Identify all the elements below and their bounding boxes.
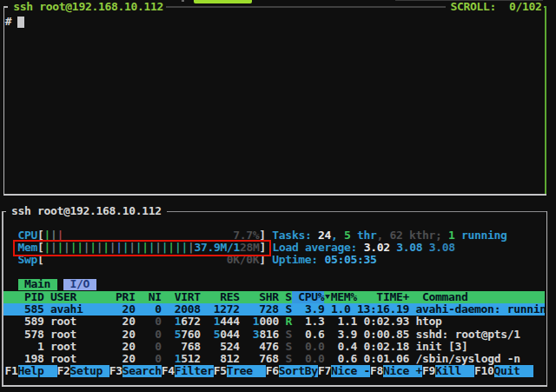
shell-prompt[interactable]: # bbox=[5, 16, 18, 28]
text-run: 578 root 20 bbox=[5, 329, 142, 341]
text-run: 1 bbox=[448, 229, 455, 242]
text-run bbox=[324, 329, 331, 341]
scroll-indicator: SCROLL: 0/102 bbox=[450, 1, 541, 13]
fkey-F10[interactable]: F10 bbox=[474, 364, 494, 377]
sort-arrow-icon bbox=[324, 291, 331, 303]
text-run: 1272 bbox=[207, 303, 240, 316]
text-run: S bbox=[285, 329, 292, 341]
text-run: Uptime: bbox=[272, 253, 324, 266]
fkey-F8[interactable]: F8 bbox=[370, 364, 383, 377]
top-artifact-gray-dot bbox=[182, 0, 185, 2]
text-run: 198 root 20 bbox=[5, 353, 142, 365]
text-run: 524 bbox=[207, 341, 240, 353]
text-run: 044 bbox=[220, 329, 240, 341]
text-run: 13:16.19 bbox=[357, 303, 416, 316]
text-run: 0.0 bbox=[298, 341, 324, 353]
fkey-F4[interactable]: F4 bbox=[162, 364, 175, 377]
fkey-F2[interactable]: F2 bbox=[57, 364, 70, 377]
fkey-F1[interactable]: F1 bbox=[5, 364, 18, 377]
fkey-F9-label[interactable]: Kill bbox=[435, 365, 474, 377]
text-run: 0 bbox=[142, 303, 162, 316]
text-run bbox=[207, 316, 214, 328]
process-row-589[interactable]: 589 root 20 0 1672 1444 1000 R 1.3 1.1 0… bbox=[5, 316, 546, 328]
text-run: Main bbox=[24, 277, 50, 290]
text-run: Load average: bbox=[273, 241, 364, 254]
text-run: 0:02.93 bbox=[357, 316, 416, 328]
text-run: 0.6 bbox=[331, 353, 357, 365]
fkey-F4-label[interactable]: Filter bbox=[175, 365, 214, 377]
text-run: , 62 kthr; bbox=[376, 229, 448, 242]
text-run: S bbox=[285, 341, 292, 353]
text-run: 3.08 bbox=[429, 241, 455, 254]
text-run: 812 bbox=[207, 353, 240, 365]
text-run bbox=[324, 353, 331, 365]
text-run: avahi-daemon: running bbox=[416, 303, 546, 316]
top-pane-border-bottom bbox=[3, 194, 547, 196]
top-pane-title-line bbox=[166, 6, 446, 8]
fkey-F3-label[interactable]: Search bbox=[122, 365, 162, 377]
tab-io-label[interactable]: I/O bbox=[70, 278, 90, 290]
fkey-F8-label[interactable]: Nice + bbox=[383, 365, 422, 377]
process-row-1[interactable]: 1 root 20 0 768 524 476 S 0.0 0.4 0:02.1… bbox=[5, 341, 546, 353]
text-run: 768 bbox=[168, 341, 201, 353]
text-run: 3.02 bbox=[364, 241, 390, 254]
text-run: S bbox=[285, 353, 292, 365]
fkey-F5[interactable]: F5 bbox=[214, 364, 227, 377]
fkey-F9[interactable]: F9 bbox=[422, 364, 435, 377]
text-run: 0:02.18 bbox=[357, 341, 416, 353]
function-key-bar[interactable]: F1Help F2Setup F3SearchF4FilterF5Tree F6… bbox=[5, 365, 533, 377]
text-run: MEM% TIME+ Command bbox=[331, 290, 468, 303]
text-run: 0 bbox=[142, 353, 162, 365]
fkey-F1-label[interactable]: Help bbox=[18, 365, 57, 377]
table-header-row[interactable]: PID USER PRI NI VIRT RES SHR S CPU%MEM% … bbox=[5, 291, 468, 303]
text-run: 768 bbox=[246, 353, 279, 365]
text-run: PID USER PRI NI VIRT RES SHR S CPU% bbox=[5, 290, 325, 303]
text-run: Tasks: bbox=[272, 229, 318, 242]
text-run: 1.0 bbox=[324, 303, 350, 316]
text-run bbox=[168, 316, 175, 328]
text-run: 1.1 bbox=[331, 316, 357, 328]
fkey-F6-label[interactable]: SortBy bbox=[279, 365, 318, 377]
top-artifact-green-bar bbox=[194, 0, 252, 3]
bottom-pane-border-right bbox=[546, 211, 548, 388]
process-row-585[interactable]: 585 avahi 20 0 2008 1272 728 S 3.9 1.0 1… bbox=[5, 303, 546, 316]
fkey-F3[interactable]: F3 bbox=[109, 364, 122, 377]
text-run bbox=[168, 329, 175, 341]
text-run: ssh root@192.168.10.112 bbox=[13, 0, 163, 13]
text-run bbox=[168, 353, 175, 365]
text-run: 05:05:35 bbox=[324, 253, 376, 266]
text-run: ssh root@192.168.10.112 bbox=[11, 204, 162, 217]
text-run: I/O bbox=[70, 277, 90, 290]
text-run: 589 root 20 bbox=[5, 316, 142, 328]
text-run: 0 bbox=[142, 341, 162, 353]
fkey-F5-label[interactable]: Tree bbox=[227, 365, 266, 377]
text-run: 585 avahi 20 bbox=[5, 303, 142, 316]
fkey-F7[interactable]: F7 bbox=[318, 364, 331, 377]
process-row-578[interactable]: 578 root 20 0 5760 5044 3816 S 0.6 3.9 0… bbox=[5, 329, 546, 341]
text-run: R bbox=[285, 316, 292, 328]
text-run: 512 bbox=[181, 353, 201, 365]
fkey-F7-label[interactable]: Nice - bbox=[331, 365, 370, 377]
text-run: 672 bbox=[181, 316, 201, 328]
text-run: 0.0 bbox=[298, 353, 324, 365]
text-run: 0:01.06 bbox=[357, 353, 416, 365]
text-run: /sbin/syslogd -n bbox=[416, 353, 520, 365]
bottom-pane-title: ssh root@192.168.10.112 bbox=[11, 205, 162, 217]
cursor-block[interactable] bbox=[17, 17, 24, 28]
text-run: 816 bbox=[259, 329, 279, 341]
text-run: SCROLL: 0/102 bbox=[450, 0, 541, 13]
fkey-F10-label[interactable]: Quit bbox=[494, 365, 533, 377]
text-run: sshd: root@pts/1 bbox=[416, 329, 520, 341]
text-run: 0:00.85 bbox=[357, 329, 416, 341]
text-run: 476 bbox=[246, 341, 279, 353]
tab-main-label[interactable]: Main bbox=[24, 278, 50, 290]
mem-highlight-box bbox=[13, 240, 271, 256]
fkey-F6[interactable]: F6 bbox=[266, 364, 279, 377]
text-run: thr bbox=[350, 229, 376, 242]
text-run: # bbox=[5, 15, 18, 28]
fkey-F2-label[interactable]: Setup bbox=[70, 365, 109, 377]
process-row-198[interactable]: 198 root 20 0 1512 812 768 S 0.0 0.6 0:0… bbox=[5, 353, 546, 365]
text-run: 0 bbox=[142, 316, 162, 328]
text-run: 0.6 bbox=[298, 329, 324, 341]
text-run: 3.9 bbox=[298, 303, 324, 316]
